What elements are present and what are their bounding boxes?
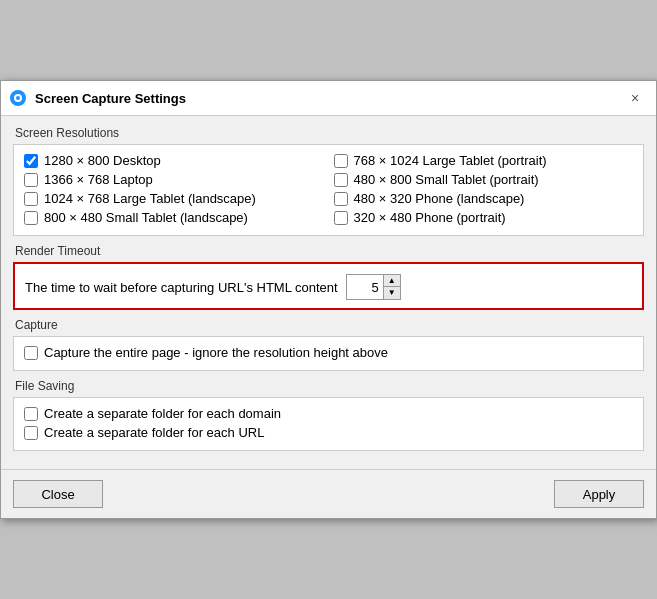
- close-button[interactable]: Close: [13, 480, 103, 508]
- capture-label: Capture: [13, 318, 644, 332]
- res7-checkbox[interactable]: [334, 192, 348, 206]
- res1-label[interactable]: 1280 × 800 Desktop: [44, 153, 161, 168]
- render-timeout-input[interactable]: [347, 278, 383, 297]
- list-item: Capture the entire page - ignore the res…: [24, 343, 633, 362]
- spinner-up-button[interactable]: ▲: [384, 275, 400, 287]
- title-bar-left: Screen Capture Settings: [9, 89, 186, 107]
- spinner-down-button[interactable]: ▼: [384, 287, 400, 299]
- render-timeout-description: The time to wait before capturing URL's …: [25, 280, 338, 295]
- list-item: 1024 × 768 Large Tablet (landscape): [24, 189, 324, 208]
- res6-checkbox[interactable]: [334, 173, 348, 187]
- list-item: 768 × 1024 Large Tablet (portrait): [334, 151, 634, 170]
- res2-checkbox[interactable]: [24, 173, 38, 187]
- render-timeout-section: Render Timeout The time to wait before c…: [13, 244, 644, 310]
- fs2-checkbox[interactable]: [24, 426, 38, 440]
- render-timeout-row: The time to wait before capturing URL's …: [25, 274, 632, 300]
- resolutions-box: 1280 × 800 Desktop 1366 × 768 Laptop 102…: [13, 144, 644, 236]
- cap1-checkbox[interactable]: [24, 346, 38, 360]
- cap1-label[interactable]: Capture the entire page - ignore the res…: [44, 345, 388, 360]
- resolutions-right-col: 768 × 1024 Large Tablet (portrait) 480 ×…: [334, 151, 634, 227]
- res7-label[interactable]: 480 × 320 Phone (landscape): [354, 191, 525, 206]
- list-item: 1366 × 768 Laptop: [24, 170, 324, 189]
- res6-label[interactable]: 480 × 800 Small Tablet (portrait): [354, 172, 539, 187]
- file-saving-section: File Saving Create a separate folder for…: [13, 379, 644, 451]
- list-item: 800 × 480 Small Tablet (landscape): [24, 208, 324, 227]
- dialog-content: Screen Resolutions 1280 × 800 Desktop 13…: [1, 116, 656, 469]
- fs1-label[interactable]: Create a separate folder for each domain: [44, 406, 281, 421]
- list-item: Create a separate folder for each domain: [24, 404, 633, 423]
- spinner-buttons: ▲ ▼: [383, 275, 400, 299]
- res1-checkbox[interactable]: [24, 154, 38, 168]
- res3-label[interactable]: 1024 × 768 Large Tablet (landscape): [44, 191, 256, 206]
- dialog-title: Screen Capture Settings: [35, 91, 186, 106]
- resolutions-left-col: 1280 × 800 Desktop 1366 × 768 Laptop 102…: [24, 151, 324, 227]
- resolutions-section: Screen Resolutions 1280 × 800 Desktop 13…: [13, 126, 644, 236]
- file-saving-box: Create a separate folder for each domain…: [13, 397, 644, 451]
- close-icon-button[interactable]: ×: [622, 87, 648, 109]
- render-timeout-label: Render Timeout: [13, 244, 644, 258]
- res4-checkbox[interactable]: [24, 211, 38, 225]
- res8-checkbox[interactable]: [334, 211, 348, 225]
- render-timeout-spinner: ▲ ▼: [346, 274, 401, 300]
- res4-label[interactable]: 800 × 480 Small Tablet (landscape): [44, 210, 248, 225]
- list-item: 480 × 320 Phone (landscape): [334, 189, 634, 208]
- list-item: 480 × 800 Small Tablet (portrait): [334, 170, 634, 189]
- res5-checkbox[interactable]: [334, 154, 348, 168]
- app-icon: [9, 89, 27, 107]
- fs2-label[interactable]: Create a separate folder for each URL: [44, 425, 264, 440]
- res8-label[interactable]: 320 × 480 Phone (portrait): [354, 210, 506, 225]
- resolutions-label: Screen Resolutions: [13, 126, 644, 140]
- res5-label[interactable]: 768 × 1024 Large Tablet (portrait): [354, 153, 547, 168]
- list-item: 320 × 480 Phone (portrait): [334, 208, 634, 227]
- apply-button[interactable]: Apply: [554, 480, 644, 508]
- svg-point-2: [16, 96, 20, 100]
- dialog-footer: Close Apply: [1, 469, 656, 518]
- list-item: 1280 × 800 Desktop: [24, 151, 324, 170]
- render-timeout-box: The time to wait before capturing URL's …: [13, 262, 644, 310]
- capture-box: Capture the entire page - ignore the res…: [13, 336, 644, 371]
- res2-label[interactable]: 1366 × 768 Laptop: [44, 172, 153, 187]
- title-bar: Screen Capture Settings ×: [1, 81, 656, 116]
- list-item: Create a separate folder for each URL: [24, 423, 633, 442]
- capture-section: Capture Capture the entire page - ignore…: [13, 318, 644, 371]
- resolutions-grid: 1280 × 800 Desktop 1366 × 768 Laptop 102…: [24, 151, 633, 227]
- dialog: Screen Capture Settings × Screen Resolut…: [0, 80, 657, 519]
- res3-checkbox[interactable]: [24, 192, 38, 206]
- file-saving-label: File Saving: [13, 379, 644, 393]
- fs1-checkbox[interactable]: [24, 407, 38, 421]
